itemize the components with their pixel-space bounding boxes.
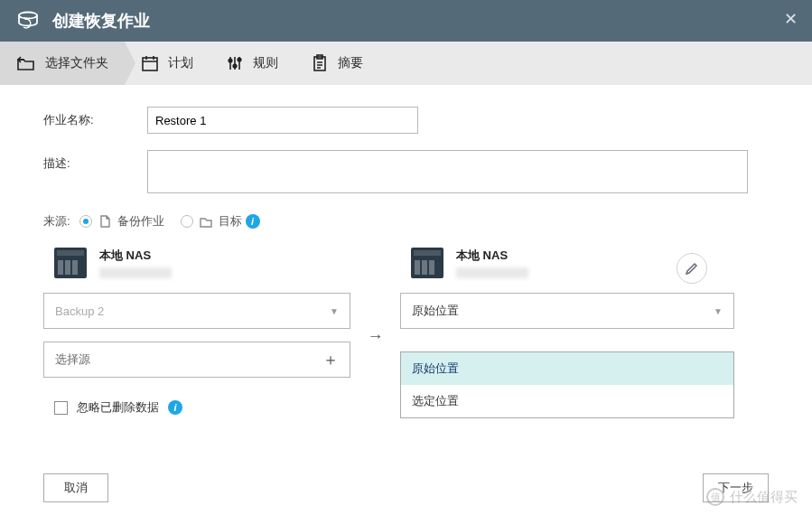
ignore-deleted-label: 忽略已删除数据	[77, 399, 159, 416]
radio-unchecked-icon	[181, 215, 193, 228]
step-rules[interactable]: 规则	[210, 42, 294, 85]
next-button[interactable]: 下一步	[703, 473, 769, 502]
form-content: 作业名称: 描述: 来源: 备份作业 目标 i 本地 NAS	[0, 85, 812, 425]
description-input[interactable]	[147, 150, 748, 193]
restore-icon	[16, 11, 40, 31]
arrow-icon: →	[350, 248, 400, 378]
footer: 取消 下一步	[0, 473, 812, 502]
chevron-down-icon: ▼	[330, 306, 339, 316]
backup-select[interactable]: Backup 2 ▼	[43, 293, 350, 329]
location-select[interactable]: 原始位置 ▼	[400, 293, 734, 329]
step-label: 摘要	[338, 55, 363, 71]
window-title: 创建恢复作业	[52, 10, 150, 32]
titlebar: 创建恢复作业 ✕	[0, 0, 812, 42]
edit-destination-button[interactable]	[677, 253, 707, 284]
source-row: 来源: 备份作业 目标 i	[43, 213, 769, 229]
dropdown-item-original[interactable]: 原始位置	[401, 352, 733, 385]
description-label: 描述:	[43, 150, 147, 172]
svg-point-0	[19, 13, 37, 19]
backup-select-value: Backup 2	[55, 304, 104, 318]
source-backup-option[interactable]: 备份作业	[79, 213, 164, 229]
job-name-label: 作业名称:	[43, 107, 147, 128]
svg-point-2	[229, 59, 232, 62]
sliders-icon	[226, 54, 244, 72]
checkbox-unchecked-icon	[54, 401, 68, 415]
step-schedule[interactable]: 计划	[125, 42, 210, 85]
svg-rect-1	[143, 58, 157, 70]
step-label: 规则	[253, 55, 278, 71]
info-icon[interactable]: i	[168, 400, 182, 415]
chevron-down-icon: ▼	[714, 306, 723, 316]
svg-point-3	[233, 64, 237, 68]
source-label: 来源:	[43, 213, 70, 229]
nas-device-icon	[54, 248, 87, 278]
choose-source-label: 选择源	[55, 351, 90, 368]
dest-nas-title: 本地 NAS	[456, 248, 528, 264]
destination-column: 本地 NAS 原始位置 ▼ 原始位置 选定位置	[400, 248, 707, 378]
calendar-icon	[141, 54, 159, 72]
svg-point-4	[238, 58, 241, 61]
job-name-input[interactable]	[147, 107, 418, 134]
step-tabs: 选择文件夹 计划 规则 摘要	[0, 42, 812, 85]
source-nas-subtitle-redacted	[99, 267, 172, 278]
location-select-value: 原始位置	[412, 303, 459, 319]
radio-checked-icon	[79, 215, 92, 228]
dest-nas-subtitle-redacted	[456, 267, 528, 278]
source-nas-title: 本地 NAS	[99, 248, 172, 264]
dropdown-item-selected[interactable]: 选定位置	[401, 385, 733, 417]
source-target-label: 目标	[219, 213, 242, 229]
step-label: 计划	[168, 55, 193, 71]
location-dropdown: 原始位置 选定位置	[400, 351, 734, 418]
step-label: 选择文件夹	[45, 55, 108, 71]
source-column: 本地 NAS Backup 2 ▼ 选择源 ＋	[43, 248, 350, 378]
choose-source-box[interactable]: 选择源 ＋	[43, 342, 350, 378]
folder-select-icon	[16, 54, 36, 72]
source-backup-label: 备份作业	[117, 213, 164, 229]
step-summary[interactable]: 摘要	[294, 42, 379, 85]
plus-icon: ＋	[322, 349, 339, 370]
step-select-folder[interactable]: 选择文件夹	[0, 42, 125, 85]
clipboard-icon	[311, 54, 329, 72]
cancel-button[interactable]: 取消	[43, 473, 108, 502]
source-target-option[interactable]: 目标 i	[181, 213, 260, 229]
info-icon[interactable]: i	[246, 214, 260, 229]
nas-device-icon	[411, 248, 443, 278]
close-icon[interactable]: ✕	[784, 9, 798, 29]
